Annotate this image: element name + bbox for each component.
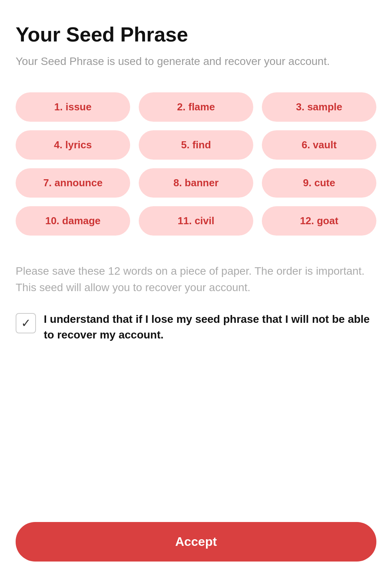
seed-word-6: 6. vault: [262, 130, 376, 160]
seed-word-11: 11. civil: [139, 206, 253, 236]
seed-word-4: 4. lyrics: [16, 130, 130, 160]
seed-word-7: 7. announce: [16, 168, 130, 198]
understand-checkbox[interactable]: ✓: [16, 313, 36, 333]
seed-word-8: 8. banner: [139, 168, 253, 198]
seed-word-9: 9. cute: [262, 168, 376, 198]
checkbox-row[interactable]: ✓ I understand that if I lose my seed ph…: [16, 311, 376, 342]
seed-word-12: 12. goat: [262, 206, 376, 236]
seed-word-3: 3. sample: [262, 92, 376, 122]
checkmark-icon: ✓: [21, 317, 31, 329]
accept-button[interactable]: Accept: [16, 522, 376, 562]
seed-word-2: 2. flame: [139, 92, 253, 122]
page-subtitle: Your Seed Phrase is used to generate and…: [16, 54, 376, 69]
seed-word-10: 10. damage: [16, 206, 130, 236]
notice-text: Please save these 12 words on a piece of…: [16, 263, 376, 296]
page-title: Your Seed Phrase: [16, 23, 376, 46]
seed-word-1: 1. issue: [16, 92, 130, 122]
checkbox-label: I understand that if I lose my seed phra…: [44, 311, 376, 342]
seed-word-5: 5. find: [139, 130, 253, 160]
seed-phrase-grid: 1. issue2. flame3. sample4. lyrics5. fin…: [16, 92, 376, 236]
